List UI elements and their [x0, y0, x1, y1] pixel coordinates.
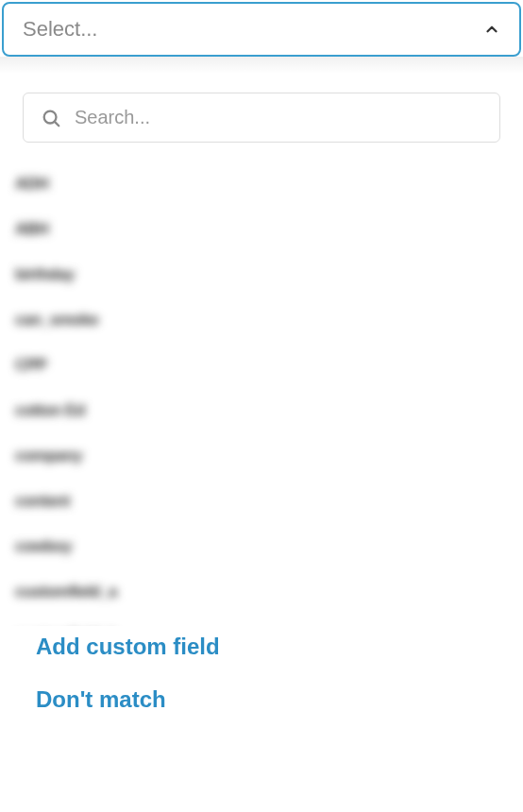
footer-actions: Add custom field Don't match	[0, 626, 523, 713]
list-item[interactable]: customfield_a	[15, 577, 500, 607]
options-scroll-area[interactable]: ADH ABH birthday can_smoke CPP cotton Ed…	[0, 154, 523, 626]
list-item[interactable]: birthday	[15, 260, 500, 290]
list-item[interactable]: ADH	[15, 169, 500, 199]
select-placeholder: Select...	[23, 17, 97, 42]
list-item[interactable]: customfield_b	[15, 622, 500, 626]
chevron-up-icon	[483, 21, 500, 38]
list-item[interactable]: cowboy	[15, 532, 500, 562]
dont-match-link[interactable]: Don't match	[36, 686, 487, 713]
select-dropdown-header[interactable]: Select...	[2, 2, 521, 57]
list-item[interactable]: CPP	[15, 350, 500, 381]
list-item[interactable]: content	[15, 486, 500, 516]
list-item[interactable]: ABH	[15, 214, 500, 245]
search-icon	[41, 108, 61, 128]
dropdown-shadow	[0, 57, 523, 74]
options-list: ADH ABH birthday can_smoke CPP cotton Ed…	[15, 158, 500, 626]
list-item[interactable]: can_smoke	[15, 305, 500, 335]
search-input[interactable]	[75, 107, 482, 128]
search-box[interactable]	[23, 93, 500, 143]
list-item[interactable]: cotton Ed	[15, 396, 500, 426]
svg-line-1	[55, 122, 59, 126]
add-custom-field-link[interactable]: Add custom field	[36, 634, 487, 660]
list-item[interactable]: company	[15, 441, 500, 471]
